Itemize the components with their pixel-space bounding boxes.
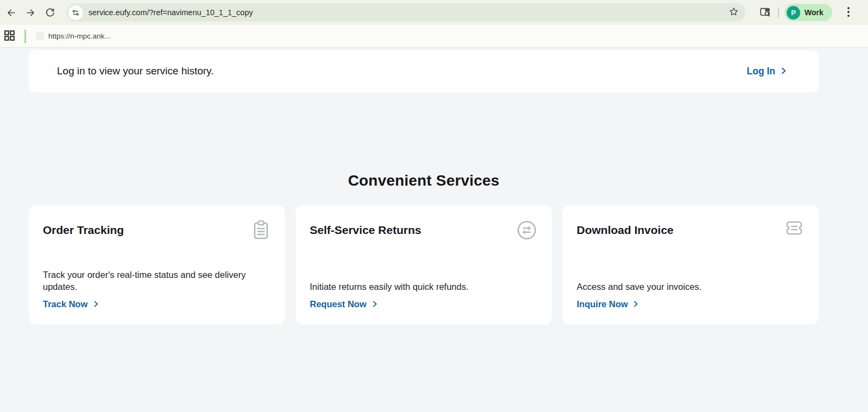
active-tab-indicator	[24, 29, 26, 43]
url-text: service.eufy.com/?ref=navimenu_10_1_1_co…	[88, 8, 729, 17]
login-banner: Log in to view your service history. Log…	[29, 50, 819, 92]
address-bar[interactable]: service.eufy.com/?ref=navimenu_10_1_1_co…	[66, 3, 745, 22]
inquire-now-link[interactable]: Inquire Now	[577, 299, 805, 309]
back-icon	[6, 8, 16, 18]
browser-toolbar: service.eufy.com/?ref=navimenu_10_1_1_co…	[0, 0, 868, 25]
login-button[interactable]: Log In	[747, 66, 787, 77]
grid-icon	[4, 30, 15, 42]
card-title: Self-Service Returns	[310, 219, 421, 237]
chevron-right-icon	[372, 299, 378, 309]
avatar: P	[787, 6, 800, 20]
link-label: Request Now	[310, 299, 367, 309]
tab-grid-button[interactable]	[2, 29, 17, 44]
chevron-right-icon	[780, 66, 787, 77]
browser-menu-button[interactable]	[841, 4, 856, 21]
profile-button[interactable]: P Work	[784, 4, 832, 21]
section-title: Convenient Services	[29, 172, 819, 189]
page-content: Log in to view your service history. Log…	[0, 48, 868, 412]
reload-button[interactable]	[40, 3, 60, 22]
transfer-arrows-icon	[516, 219, 538, 243]
card-description: Access and save your invoices.	[577, 281, 805, 293]
track-now-link[interactable]: Track Now	[43, 299, 271, 309]
profile-label: Work	[805, 8, 824, 17]
clipboard-icon	[251, 219, 271, 243]
side-panel-search-icon	[759, 6, 771, 20]
card-header: Download Invoice	[577, 219, 805, 239]
services-card-row: Order Tracking Track your order's real-t…	[29, 205, 819, 325]
chevron-right-icon	[93, 299, 99, 309]
back-button[interactable]	[1, 3, 21, 22]
card-title: Order Tracking	[43, 219, 124, 237]
vertical-tabstrip-header: https://n-mpc.ank...	[0, 25, 868, 48]
tab-url-label: https://n-mpc.ank...	[48, 32, 111, 40]
ticket-icon	[784, 219, 805, 239]
side-panel-search-button[interactable]	[756, 4, 774, 21]
forward-icon	[25, 8, 36, 18]
card-description: Track your order's real-time status and …	[43, 269, 271, 293]
toolbar-separator	[778, 7, 779, 18]
chevron-right-icon	[633, 299, 639, 309]
bookmark-star-button[interactable]	[729, 7, 739, 18]
request-now-link[interactable]: Request Now	[310, 299, 538, 309]
reload-icon	[45, 8, 55, 18]
tab-favicon	[36, 32, 44, 40]
card-description: Initiate returns easily with quick refun…	[310, 281, 538, 293]
card-header: Self-Service Returns	[310, 219, 538, 243]
login-label: Log In	[747, 66, 775, 77]
link-label: Track Now	[43, 299, 88, 309]
card-title: Download Invoice	[577, 219, 674, 237]
star-icon	[729, 7, 739, 18]
link-label: Inquire Now	[577, 299, 628, 309]
forward-button[interactable]	[21, 3, 40, 22]
card-download-invoice: Download Invoice Access and save your in…	[563, 205, 819, 325]
site-settings-icon[interactable]	[68, 5, 83, 20]
login-banner-message: Log in to view your service history.	[57, 65, 214, 77]
card-order-tracking: Order Tracking Track your order's real-t…	[29, 205, 285, 325]
kebab-menu-icon	[847, 7, 850, 18]
card-self-service-returns: Self-Service Returns Initiate returns ea…	[296, 205, 552, 325]
tab-item[interactable]: https://n-mpc.ank...	[36, 32, 111, 40]
card-header: Order Tracking	[43, 219, 271, 243]
